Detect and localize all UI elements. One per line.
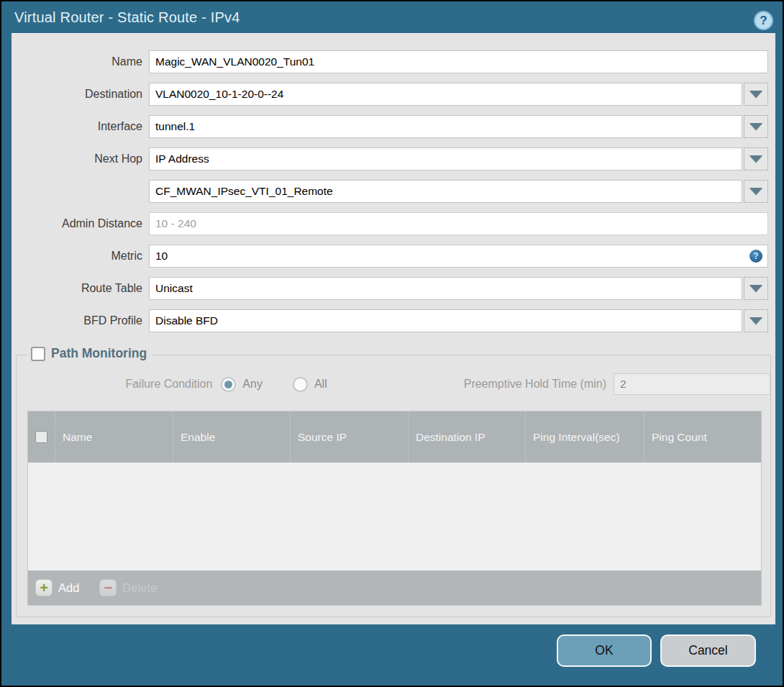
- chevron-down-icon: [749, 188, 762, 195]
- admin-distance-input[interactable]: [149, 212, 768, 235]
- admin-distance-label: Admin Distance: [12, 217, 149, 230]
- metric-help-icon[interactable]: ?: [749, 250, 762, 263]
- dialog-body: Name Destination Interface: [12, 33, 775, 624]
- chevron-down-icon: [749, 155, 762, 163]
- failure-condition-any-radio[interactable]: [221, 377, 236, 392]
- path-monitoring-fieldset: Path Monitoring Failure Condition Any Al…: [16, 355, 771, 617]
- route-table-label: Route Table: [12, 282, 149, 295]
- route-table-input[interactable]: [149, 277, 742, 300]
- table-header-row: Name Enable Source IP Destination IP Pin…: [28, 411, 761, 463]
- name-input[interactable]: [149, 50, 768, 73]
- path-monitoring-legend: Path Monitoring: [27, 346, 152, 361]
- preemptive-hold-time-label: Preemptive Hold Time (min): [464, 378, 614, 391]
- failure-condition-any-label: Any: [242, 378, 263, 391]
- table-body-empty: [28, 463, 761, 570]
- delete-button[interactable]: − Delete: [99, 579, 157, 596]
- interface-dropdown-button[interactable]: [744, 115, 768, 138]
- table-header-checkbox-cell: [28, 411, 55, 463]
- column-header-ping-count[interactable]: Ping Count: [644, 411, 761, 463]
- failure-condition-all-radio[interactable]: [293, 377, 308, 392]
- bfd-profile-label: BFD Profile: [12, 314, 149, 327]
- dialog-footer: OK Cancel: [1, 624, 783, 686]
- admin-distance-row: Admin Distance: [12, 212, 768, 235]
- add-plus-icon: +: [35, 579, 53, 596]
- route-table-row: Route Table: [12, 277, 768, 300]
- failure-condition-label: Failure Condition: [17, 378, 221, 391]
- bfd-profile-row: BFD Profile: [12, 309, 768, 332]
- route-table-dropdown-button[interactable]: [744, 277, 768, 300]
- preemptive-hold-time-input[interactable]: [614, 373, 770, 395]
- column-header-destination-ip[interactable]: Destination IP: [409, 411, 526, 463]
- add-button[interactable]: + Add: [35, 579, 79, 596]
- chevron-down-icon: [749, 91, 762, 98]
- bfd-profile-dropdown-button[interactable]: [744, 309, 768, 332]
- bfd-profile-input[interactable]: [149, 309, 742, 332]
- help-icon[interactable]: ?: [754, 11, 773, 30]
- column-header-ping-interval[interactable]: Ping Interval(sec): [526, 411, 644, 463]
- destination-row: Destination: [12, 83, 768, 106]
- column-header-name[interactable]: Name: [55, 411, 173, 463]
- cancel-button[interactable]: Cancel: [660, 634, 756, 667]
- interface-label: Interface: [12, 120, 149, 133]
- next-hop-type-input[interactable]: [149, 147, 742, 170]
- title-bar: Virtual Router - Static Route - IPv4 ?: [1, 1, 783, 33]
- delete-button-label: Delete: [122, 581, 157, 595]
- chevron-down-icon: [749, 123, 762, 130]
- path-monitoring-checkbox[interactable]: [31, 347, 45, 361]
- metric-label: Metric: [12, 250, 149, 263]
- next-hop-row: Next Hop: [12, 147, 768, 170]
- failure-condition-all-label: All: [314, 378, 327, 391]
- interface-input[interactable]: [149, 115, 742, 138]
- chevron-down-icon: [749, 317, 762, 324]
- delete-minus-icon: −: [99, 579, 117, 596]
- metric-input[interactable]: [149, 245, 768, 268]
- next-hop-label: Next Hop: [12, 153, 149, 165]
- path-monitoring-title: Path Monitoring: [51, 346, 147, 361]
- path-monitoring-table: Name Enable Source IP Destination IP Pin…: [27, 411, 762, 606]
- add-button-label: Add: [58, 581, 79, 595]
- name-label: Name: [12, 55, 149, 68]
- next-hop-address-input[interactable]: [149, 180, 742, 203]
- table-footer-bar: + Add − Delete: [28, 570, 761, 605]
- column-header-source-ip[interactable]: Source IP: [291, 411, 409, 463]
- next-hop-address-dropdown-button[interactable]: [744, 180, 768, 203]
- next-hop-type-dropdown-button[interactable]: [744, 147, 768, 170]
- destination-dropdown-button[interactable]: [744, 83, 768, 106]
- chevron-down-icon: [749, 285, 762, 292]
- column-header-enable[interactable]: Enable: [173, 411, 291, 463]
- destination-input[interactable]: [149, 83, 742, 106]
- metric-row: Metric ?: [12, 245, 768, 268]
- failure-condition-row: Failure Condition Any All Preemptive Hol…: [17, 373, 770, 396]
- name-row: Name: [12, 50, 768, 73]
- next-hop-address-row: [12, 180, 768, 203]
- select-all-checkbox[interactable]: [35, 431, 47, 443]
- interface-row: Interface: [12, 115, 768, 138]
- dialog-title: Virtual Router - Static Route - IPv4: [14, 9, 240, 26]
- destination-label: Destination: [12, 88, 149, 101]
- ok-button[interactable]: OK: [557, 634, 652, 667]
- dialog-frame: Virtual Router - Static Route - IPv4 ? N…: [1, 1, 783, 686]
